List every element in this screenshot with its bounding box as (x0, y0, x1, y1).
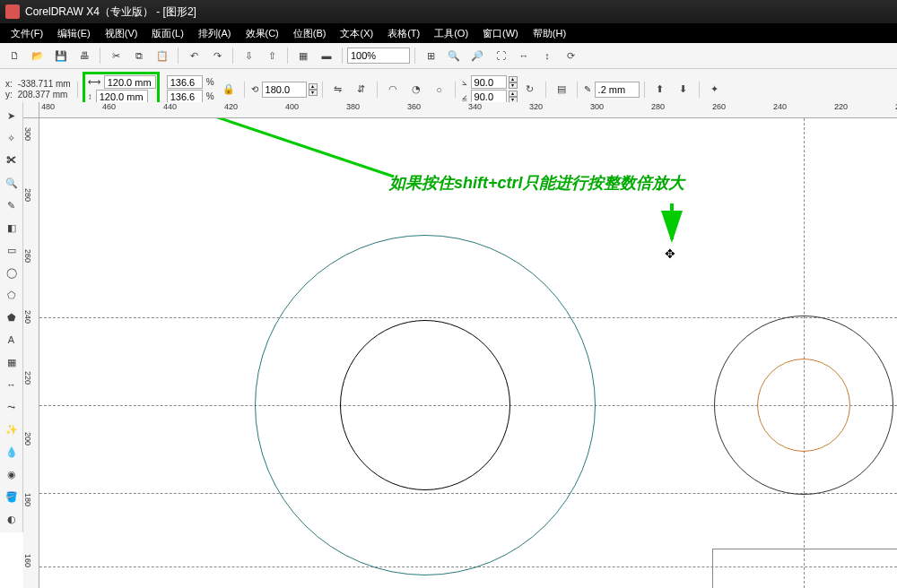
smart-fill-icon[interactable]: ◧ (1, 217, 22, 238)
fit-width-icon[interactable]: ↔ (513, 46, 535, 65)
annotation-text: 如果按住shift+ctrl只能进行按整数倍放大 (389, 172, 684, 194)
fit-page-icon[interactable]: ⛶ (490, 46, 511, 65)
pos-x-value: -338.711 mm (16, 79, 73, 89)
pos-y-value: 208.377 mm (16, 90, 70, 99)
paste-icon[interactable]: 📋 (152, 46, 173, 65)
page-boundary (712, 549, 897, 588)
rotate-icon: ⟲ (249, 84, 260, 94)
cut-icon[interactable]: ✂ (105, 46, 126, 65)
ellipse-tool-icon[interactable]: ◯ (1, 262, 22, 283)
menu-layout[interactable]: 版面(L) (144, 25, 190, 42)
redo-icon[interactable]: ↷ (206, 46, 228, 65)
dimension-tool-icon[interactable]: ↔ (1, 374, 22, 395)
menu-view[interactable]: 视图(V) (98, 25, 145, 42)
width-icon: ⟷ (86, 77, 102, 87)
table-tool-icon[interactable]: ▦ (1, 351, 22, 373)
menu-bitmap[interactable]: 位图(B) (286, 25, 334, 42)
canvas[interactable]: ✥ 如果按住shift+ctrl只能进行按整数倍放大 (39, 118, 897, 588)
skew-x-icon: ⦣ (460, 77, 469, 88)
welcome-icon[interactable]: ▬ (316, 46, 337, 65)
title-bar: CorelDRAW X4（专业版） - [图形2] (0, 0, 897, 23)
menu-arrange[interactable]: 排列(A) (191, 25, 239, 42)
connector-tool-icon[interactable]: ⤳ (1, 396, 22, 418)
scale-y-input[interactable] (167, 90, 203, 103)
import-icon[interactable]: ⇩ (238, 46, 259, 65)
right-inner-circle-orange[interactable] (757, 359, 850, 452)
scale-x-input[interactable] (167, 75, 203, 89)
menu-edit[interactable]: 编辑(E) (50, 25, 98, 42)
interactive-fill-icon[interactable]: ◐ (1, 508, 22, 530)
ruler-origin[interactable] (23, 102, 39, 118)
skew-x-input[interactable] (471, 75, 507, 89)
lock-ratio-icon[interactable]: 🔒 (218, 80, 239, 99)
skew-y-spinner[interactable]: ▴▾ (509, 91, 518, 103)
menu-tools[interactable]: 工具(O) (427, 25, 475, 42)
window-title: CorelDRAW X4（专业版） - [图形2] (25, 4, 892, 20)
pick-tool-icon[interactable]: ➤ (1, 105, 22, 126)
svg-line-0 (172, 118, 394, 177)
skew-y-icon: ⦤ (460, 91, 469, 102)
height-icon: ↕ (86, 91, 94, 101)
menu-file[interactable]: 文件(F) (4, 25, 50, 42)
height-input[interactable] (96, 90, 148, 103)
refresh-icon[interactable]: ⟳ (560, 46, 581, 65)
convert-curves-icon[interactable]: ✦ (704, 80, 726, 99)
mirror-h-icon[interactable]: ⇋ (327, 80, 349, 99)
skew-y-input[interactable] (471, 90, 507, 103)
move-cursor-icon: ✥ (665, 246, 675, 261)
menu-help[interactable]: 帮助(H) (526, 25, 573, 42)
outline-tool-icon[interactable]: ◉ (1, 463, 22, 485)
text-tool-icon[interactable]: A (1, 329, 22, 350)
open-icon[interactable]: 📂 (27, 46, 48, 65)
zoom-combo[interactable] (347, 48, 410, 64)
menu-window[interactable]: 窗口(W) (475, 25, 526, 42)
ellipse-icon[interactable]: ○ (429, 80, 450, 99)
shape-tool-icon[interactable]: ✧ (1, 127, 22, 149)
zoom-in-icon[interactable]: 🔍 (443, 46, 465, 65)
rotation-input[interactable] (262, 82, 307, 98)
ruler-horizontal[interactable]: 480 460 440 420 400 380 360 340 320 300 … (39, 102, 897, 118)
basic-shapes-icon[interactable]: ⬟ (1, 307, 22, 328)
new-icon[interactable]: 🗋 (4, 46, 25, 65)
effects-tool-icon[interactable]: ✨ (1, 419, 22, 440)
save-icon[interactable]: 💾 (50, 46, 72, 65)
arc-icon[interactable]: ◠ (382, 80, 404, 99)
export-icon[interactable]: ⇧ (261, 46, 283, 65)
standard-toolbar: 🗋 📂 💾 🖶 ✂ ⧉ 📋 ↶ ↷ ⇩ ⇧ ▦ ▬ ⊞ 🔍 🔎 ⛶ ↔ ↕ ⟳ (0, 43, 897, 69)
to-back-icon[interactable]: ⬇ (673, 80, 694, 99)
app-launcher-icon[interactable]: ▦ (292, 46, 314, 65)
app-logo-icon (5, 4, 20, 19)
menu-table[interactable]: 表格(T) (380, 25, 427, 42)
snap-icon[interactable]: ⊞ (420, 46, 441, 65)
skew-x-spinner[interactable]: ▴▾ (509, 76, 518, 89)
print-icon[interactable]: 🖶 (74, 46, 95, 65)
menu-effects[interactable]: 效果(C) (239, 25, 286, 42)
undo-icon[interactable]: ↶ (183, 46, 205, 65)
pie-icon[interactable]: ◔ (405, 80, 427, 99)
wrap-text-icon[interactable]: ▤ (551, 80, 572, 99)
inner-circle-black[interactable] (340, 320, 510, 490)
ruler-vertical[interactable]: 300 280 260 240 220 200 180 160 (23, 118, 39, 588)
freehand-tool-icon[interactable]: ✎ (1, 195, 22, 216)
copy-icon[interactable]: ⧉ (128, 46, 150, 65)
fit-height-icon[interactable]: ↕ (536, 46, 558, 65)
menu-text[interactable]: 文本(X) (333, 25, 380, 42)
outline-pen-icon: ✎ (582, 84, 593, 94)
mirror-v-icon[interactable]: ⇵ (351, 80, 372, 99)
outline-width-input[interactable] (595, 82, 640, 98)
toolbox: ➤ ✧ ✀ 🔍 ✎ ◧ ▭ ◯ ⬠ ⬟ A ▦ ↔ ⤳ ✨ 💧 ◉ 🪣 ◐ (0, 102, 23, 532)
rotation-spinner[interactable]: ▴▾ (309, 83, 318, 96)
zoom-tool-icon[interactable]: 🔍 (1, 172, 22, 194)
menu-bar: 文件(F) 编辑(E) 视图(V) 版面(L) 排列(A) 效果(C) 位图(B… (0, 23, 897, 43)
workspace: 480 460 440 420 400 380 360 340 320 300 … (23, 102, 897, 588)
polygon-tool-icon[interactable]: ⬠ (1, 284, 22, 306)
fill-tool-icon[interactable]: 🪣 (1, 486, 22, 507)
rectangle-tool-icon[interactable]: ▭ (1, 239, 22, 261)
eyedropper-tool-icon[interactable]: 💧 (1, 441, 22, 463)
position-readout: x:-338.711 mm y:208.377 mm (4, 79, 73, 99)
width-input[interactable] (104, 75, 156, 89)
zoom-out-icon[interactable]: 🔎 (466, 46, 488, 65)
to-front-icon[interactable]: ⬆ (649, 80, 671, 99)
direction-icon[interactable]: ↻ (519, 80, 541, 99)
crop-tool-icon[interactable]: ✀ (1, 150, 22, 171)
